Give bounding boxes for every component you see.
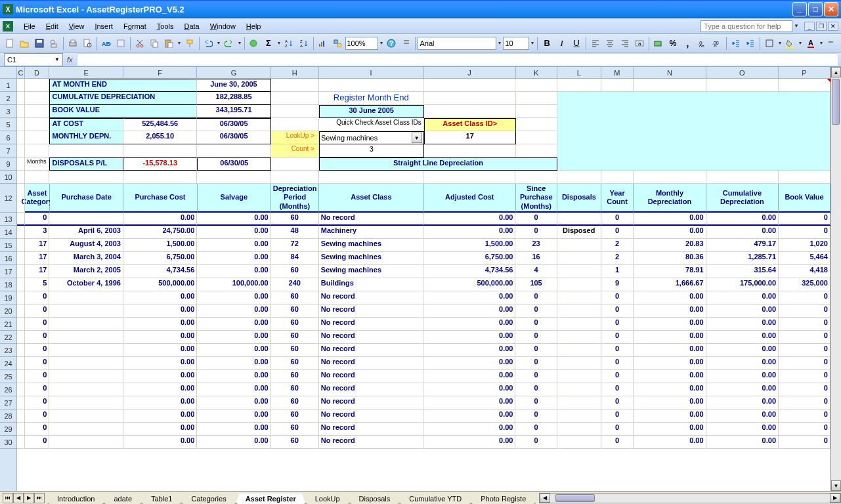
cell[interactable] [17,318,25,331]
cell[interactable]: Buildings [319,278,424,291]
sheet-tab-introduction[interactable]: Introduction [47,494,104,505]
increase-indent-button[interactable] [744,36,758,51]
cell[interactable]: 0.00 [123,357,197,370]
cell[interactable]: 0 [601,226,634,239]
row-header-17[interactable]: 17 [0,265,16,278]
drawing-button[interactable] [330,36,344,51]
cell[interactable] [557,171,601,184]
row-header-22[interactable]: 22 [0,331,16,344]
tab-next-button[interactable]: ▶ [24,493,34,503]
cell[interactable] [271,118,319,131]
cell[interactable]: 30 June 2005 [319,105,424,118]
scroll-right-button[interactable]: ▶ [830,494,840,503]
cell[interactable] [557,92,830,105]
cell[interactable]: 343,195.71 [197,105,270,118]
font-select[interactable] [418,37,496,50]
cell[interactable]: 0 [515,331,557,344]
cell[interactable] [49,318,123,331]
cell[interactable]: 60 [271,423,319,436]
cell[interactable]: 0 [25,423,50,436]
cell[interactable]: 9 [601,278,634,291]
cell[interactable]: 0.00 [197,344,270,357]
cell[interactable]: DISPOSALS P/L [49,158,123,171]
cell[interactable] [17,252,25,265]
cell[interactable] [17,265,25,278]
cell[interactable]: 182,288.85 [197,92,270,105]
cell[interactable] [49,144,123,158]
row-header-18[interactable]: 18 [0,278,16,291]
cell[interactable]: April 6, 2003 [49,226,123,239]
cell[interactable]: 0.00 [706,383,779,396]
cell[interactable]: 0 [779,331,830,344]
menu-data[interactable]: Data [179,21,204,32]
cell[interactable]: 0.00 [123,396,197,410]
mdi-minimize-button[interactable]: _ [804,22,815,31]
cell[interactable]: Disposed [557,226,601,239]
cell[interactable] [25,92,50,105]
cell[interactable]: 0.00 [634,396,706,410]
sheet-tab-lookup[interactable]: LookUp [305,494,350,505]
cell[interactable] [25,79,50,92]
cell[interactable] [634,79,706,92]
cell[interactable]: 0.00 [706,213,779,226]
cell[interactable] [634,171,706,184]
cell[interactable]: 0 [601,436,634,449]
zoom-select[interactable] [345,37,378,50]
cell[interactable] [271,158,319,171]
cell[interactable] [49,304,123,318]
cell[interactable]: 5 [25,278,50,291]
cell[interactable]: 0 [601,304,634,318]
cell[interactable] [49,423,123,436]
cell[interactable]: 72 [271,239,319,252]
cell[interactable] [557,410,601,423]
cell[interactable]: 0 [601,370,634,383]
cell[interactable] [423,171,515,184]
new-button[interactable] [3,36,16,51]
cell[interactable]: 0 [515,344,557,357]
cell[interactable]: 0 [601,344,634,357]
cell[interactable] [557,436,601,449]
cell[interactable]: 0.00 [706,344,779,357]
font-color-button[interactable]: A [804,36,817,51]
cell[interactable]: Quick Check Asset Class IDs [319,118,424,131]
namebox-dropdown-icon[interactable]: ▼ [54,56,60,62]
cell[interactable]: 0.00 [706,370,779,383]
cell[interactable]: 0 [601,318,634,331]
cell[interactable] [515,171,557,184]
cell[interactable] [557,331,601,344]
sort-desc-button[interactable]: ZA [297,36,311,51]
cell[interactable] [49,436,123,449]
cell[interactable] [557,105,830,118]
cell[interactable]: BOOK VALUE [49,105,197,118]
cell[interactable]: 0.00 [197,213,270,226]
cell[interactable]: 0 [515,436,557,449]
cell[interactable]: October 4, 1996 [49,278,123,291]
cell[interactable]: 0.00 [197,370,270,383]
cell[interactable] [779,79,830,92]
cell[interactable]: 175,000.00 [706,278,779,291]
cell[interactable]: 0.00 [423,410,515,423]
cell[interactable]: 0 [25,357,50,370]
cell[interactable]: 0.00 [423,370,515,383]
sheet-tab-table1[interactable]: Table1 [141,494,182,505]
col-header-K[interactable]: K [516,67,557,78]
cell[interactable] [601,171,634,184]
cell[interactable]: 60 [271,383,319,396]
row-header-29[interactable]: 29 [0,423,16,436]
cell[interactable] [423,79,515,92]
cell[interactable]: 0 [25,291,50,304]
menu-format[interactable]: Format [118,21,152,32]
borders-button[interactable] [762,36,776,51]
col-header-P[interactable]: P [779,67,830,78]
cell[interactable]: 0 [25,344,50,357]
underline-button[interactable]: U [569,36,583,51]
cell[interactable]: 0 [25,318,50,331]
cell[interactable]: 1 [601,265,634,278]
cell[interactable] [557,252,601,265]
cell[interactable]: 0.00 [706,318,779,331]
cell[interactable]: 0.00 [197,436,270,449]
cell[interactable] [49,370,123,383]
cell[interactable]: 0 [515,226,557,239]
cell[interactable]: 0.00 [706,357,779,370]
cell[interactable] [49,171,123,184]
